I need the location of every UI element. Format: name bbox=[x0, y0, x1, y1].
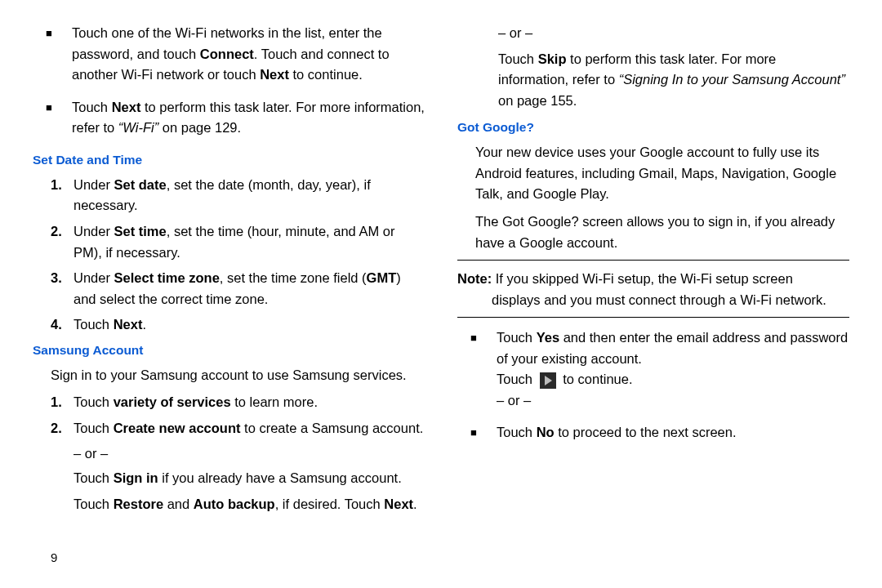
list-item: ■ Touch one of the Wi-Fi networks in the… bbox=[46, 23, 425, 86]
list-item: 4. Touch Next. bbox=[51, 314, 425, 336]
divider bbox=[457, 260, 849, 261]
samsung-steps: 1. Touch variety of services to learn mo… bbox=[33, 392, 425, 439]
divider bbox=[457, 317, 849, 318]
step-text: Under Select time zone, set the time zon… bbox=[69, 268, 425, 310]
step-number: 2. bbox=[51, 221, 69, 263]
skip-text: Touch Skip to perform this task later. F… bbox=[457, 49, 849, 112]
step-text: Touch variety of services to learn more. bbox=[69, 392, 425, 413]
manual-page: ■ Touch one of the Wi-Fi networks in the… bbox=[0, 0, 882, 537]
note-text-first: If you skipped Wi-Fi setup, the Wi-Fi se… bbox=[496, 271, 793, 286]
step-text: Under Set time, set the time (hour, minu… bbox=[69, 221, 425, 263]
list-item: ■ Touch No to proceed to the next screen… bbox=[470, 422, 849, 443]
square-bullet-icon: ■ bbox=[46, 97, 60, 139]
square-bullet-icon: ■ bbox=[470, 327, 485, 411]
continue-label: to continue. bbox=[563, 372, 632, 386]
touch-label: Touch bbox=[497, 372, 537, 386]
samsung-restore-text: Touch Restore and Auto backup, if desire… bbox=[33, 494, 425, 515]
or-separator: – or – bbox=[457, 23, 849, 44]
step-number: 3. bbox=[51, 268, 69, 310]
google-bullet-list: ■ Touch Yes and then enter the email add… bbox=[457, 327, 849, 443]
list-item: ■ Touch Yes and then enter the email add… bbox=[470, 327, 849, 411]
set-date-time-heading: Set Date and Time bbox=[33, 150, 425, 170]
google-para-1: Your new device uses your Google account… bbox=[457, 142, 849, 205]
or-separator: – or – bbox=[497, 393, 531, 408]
wifi-bullet-list: ■ Touch one of the Wi-Fi networks in the… bbox=[33, 23, 425, 139]
step-number: 4. bbox=[51, 314, 69, 336]
page-number: 9 bbox=[51, 548, 57, 567]
step-number: 1. bbox=[51, 175, 69, 216]
play-arrow-icon bbox=[540, 372, 556, 389]
set-date-steps: 1. Under Set date, set the date (month, … bbox=[33, 175, 425, 336]
step-number: 2. bbox=[51, 418, 69, 439]
bullet-text: Touch No to proceed to the next screen. bbox=[485, 422, 849, 443]
note-label: Note: bbox=[457, 271, 492, 286]
samsung-account-heading: Samsung Account bbox=[33, 341, 425, 360]
bullet-text: Touch Yes and then enter the email addre… bbox=[485, 327, 849, 411]
got-google-heading: Got Google? bbox=[457, 118, 849, 137]
list-item: 3. Under Select time zone, set the time … bbox=[51, 268, 425, 310]
list-item: 2. Under Set time, set the time (hour, m… bbox=[51, 221, 425, 263]
note-text-rest: displays and you must connect through a … bbox=[457, 290, 849, 311]
bullet-text: Touch one of the Wi-Fi networks in the l… bbox=[60, 23, 425, 86]
square-bullet-icon: ■ bbox=[470, 422, 485, 443]
list-item: 1. Touch variety of services to learn mo… bbox=[51, 392, 425, 413]
list-item: 1. Under Set date, set the date (month, … bbox=[51, 175, 425, 216]
left-column: ■ Touch one of the Wi-Fi networks in the… bbox=[33, 23, 425, 521]
or-separator: – or – bbox=[33, 443, 425, 465]
list-item: ■ Touch Next to perform this task later.… bbox=[46, 97, 425, 139]
right-column: – or – Touch Skip to perform this task l… bbox=[457, 23, 849, 521]
samsung-signin-text: Touch Sign in if you already have a Sams… bbox=[33, 468, 425, 489]
step-text: Touch Create new account to create a Sam… bbox=[69, 418, 425, 439]
square-bullet-icon: ■ bbox=[46, 23, 60, 86]
google-para-2: The Got Google? screen allows you to sig… bbox=[457, 212, 849, 253]
note-block: Note: If you skipped Wi-Fi setup, the Wi… bbox=[457, 269, 849, 310]
step-text: Touch Next. bbox=[69, 314, 425, 336]
list-item: 2. Touch Create new account to create a … bbox=[51, 418, 425, 439]
samsung-intro: Sign in to your Samsung account to use S… bbox=[33, 365, 425, 386]
bullet-text: Touch Next to perform this task later. F… bbox=[60, 97, 425, 139]
step-number: 1. bbox=[51, 392, 69, 413]
step-text: Under Set date, set the date (month, day… bbox=[69, 175, 425, 216]
